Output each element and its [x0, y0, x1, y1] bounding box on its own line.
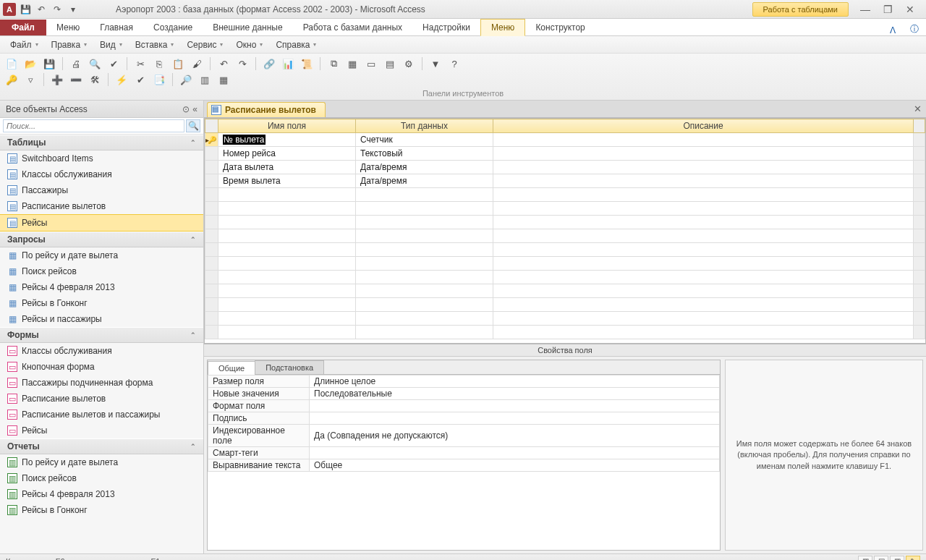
check-icon[interactable]: ✔	[133, 72, 148, 87]
save-icon[interactable]: 💾	[19, 3, 32, 16]
data-type-cell[interactable]	[356, 284, 493, 298]
search-input[interactable]	[3, 119, 184, 132]
chart-icon[interactable]: 📊	[281, 56, 295, 71]
filter-icon[interactable]: ▼	[428, 56, 443, 71]
relationships-icon[interactable]: ⧉	[326, 56, 341, 71]
row-selector[interactable]	[205, 147, 218, 161]
link-icon[interactable]: 🔗	[262, 56, 276, 71]
description-cell[interactable]	[493, 326, 914, 339]
field-name-cell[interactable]	[218, 216, 356, 229]
qat-dropdown-icon[interactable]: ▾	[67, 3, 80, 16]
builder-icon[interactable]: 🛠	[88, 72, 102, 87]
tab-ctx-menu[interactable]: Меню	[480, 19, 525, 36]
prop-value[interactable]	[310, 400, 720, 412]
menu-file[interactable]: Файл	[4, 38, 44, 51]
description-cell[interactable]	[493, 243, 914, 257]
proptab-general[interactable]: Общие	[208, 361, 255, 375]
close-button[interactable]: ✕	[906, 4, 914, 15]
nav-item[interactable]: Рейсы в Гонконг	[0, 502, 203, 518]
data-type-cell[interactable]: Дата/время	[356, 174, 493, 188]
description-cell[interactable]	[493, 133, 914, 147]
field-name-cell[interactable]	[218, 312, 356, 326]
minimize-button[interactable]: ―	[860, 4, 870, 15]
help-icon[interactable]: ?	[447, 56, 462, 71]
nav-item[interactable]: Классы обслуживания	[0, 343, 203, 359]
menu-view[interactable]: Вид	[94, 38, 128, 51]
table-icon[interactable]: ▦	[345, 56, 360, 71]
help-icon[interactable]: ⓘ	[903, 23, 926, 35]
data-type-cell[interactable]	[356, 326, 493, 339]
tab-design[interactable]: Конструктор	[525, 20, 595, 35]
tab-create[interactable]: Создание	[143, 20, 203, 35]
navgroup-queries[interactable]: Запросы⌃	[0, 232, 203, 247]
nav-item[interactable]: Поиск рейсов	[0, 470, 203, 486]
row-selector[interactable]	[205, 271, 218, 284]
description-cell[interactable]	[493, 284, 914, 298]
view-pivotchart-icon[interactable]: ▥	[890, 556, 904, 561]
view-datasheet-icon[interactable]: ▦	[858, 556, 872, 561]
row-selector[interactable]	[205, 133, 218, 147]
row-selector[interactable]	[205, 284, 218, 298]
data-type-cell[interactable]: Дата/время	[356, 161, 493, 174]
field-name-cell[interactable]	[218, 326, 356, 339]
nav-item[interactable]: Рейсы и пассажиры	[0, 311, 203, 327]
nav-item[interactable]: Пассажиры подчиненная форма	[0, 375, 203, 391]
ribbon-min-icon[interactable]: ᐱ	[883, 25, 903, 35]
row-selector[interactable]	[205, 174, 218, 188]
navgroup-reports[interactable]: Отчеты⌃	[0, 438, 203, 454]
print-icon[interactable]: 🖨	[69, 56, 83, 71]
nav-item[interactable]: Пассажиры	[0, 182, 203, 198]
data-type-cell[interactable]	[356, 312, 493, 326]
proptab-lookup[interactable]: Подстановка	[255, 360, 324, 374]
nav-collapse-icon[interactable]: «	[192, 104, 197, 114]
view-pivottable-icon[interactable]: ▤	[874, 556, 888, 561]
menu-window[interactable]: Окно	[230, 38, 268, 51]
row-selector[interactable]	[205, 216, 218, 229]
nav-item[interactable]: Поиск рейсов	[0, 263, 203, 279]
lookup-icon[interactable]: 🔎	[179, 72, 193, 87]
description-cell[interactable]	[493, 147, 914, 161]
data-type-cell[interactable]	[356, 271, 493, 284]
field-name-cell[interactable]: Номер рейса	[218, 147, 356, 161]
tab-addins[interactable]: Надстройки	[412, 20, 480, 35]
field-name-cell[interactable]	[218, 284, 356, 298]
nav-item[interactable]: Рейсы в Гонконг	[0, 295, 203, 311]
nav-item[interactable]: Классы обслуживания	[0, 166, 203, 182]
new-icon[interactable]: 📄	[4, 56, 19, 71]
data-type-cell[interactable]	[356, 257, 493, 271]
prop-value[interactable]	[310, 447, 720, 459]
nav-item[interactable]: Рейсы 4 февраля 2013	[0, 279, 203, 295]
document-tab[interactable]: Расписание вылетов	[207, 102, 326, 117]
field-name-cell[interactable]	[218, 257, 356, 271]
prop-value[interactable]: Последовательные	[310, 388, 720, 400]
field-name-cell[interactable]: Время вылета	[218, 174, 356, 188]
column-icon[interactable]: ▥	[197, 72, 212, 87]
row-selector[interactable]	[205, 229, 218, 243]
data-type-cell[interactable]	[356, 216, 493, 229]
field-name-cell[interactable]	[218, 229, 356, 243]
navgroup-tables[interactable]: Таблицы⌃	[0, 135, 203, 150]
tab-external-data[interactable]: Внешние данные	[203, 20, 293, 35]
tab-file[interactable]: Файл	[0, 20, 46, 35]
key-icon[interactable]: 🔑	[4, 72, 19, 87]
nav-item[interactable]: Расписание вылетов и пассажиры	[0, 407, 203, 423]
save-icon[interactable]: 💾	[42, 56, 56, 71]
search-icon[interactable]: 🔍	[186, 119, 200, 132]
col-fieldname[interactable]: Имя поля	[218, 119, 356, 133]
field-name-cell[interactable]: Дата вылета	[218, 161, 356, 174]
description-cell[interactable]	[493, 271, 914, 284]
row-selector[interactable]	[205, 202, 218, 216]
view-icon[interactable]: ▿	[23, 72, 38, 87]
row-selector[interactable]	[205, 257, 218, 271]
undo-icon[interactable]: ↶	[35, 3, 48, 16]
description-cell[interactable]	[493, 229, 914, 243]
nav-item[interactable]: Switchboard Items	[0, 150, 203, 166]
cut-icon[interactable]: ✂	[133, 56, 148, 71]
data-type-cell[interactable]	[356, 243, 493, 257]
nav-dropdown-icon[interactable]: ⊙	[182, 104, 190, 114]
row-selector[interactable]	[205, 161, 218, 174]
report-icon[interactable]: ▤	[383, 56, 397, 71]
description-cell[interactable]	[493, 174, 914, 188]
nav-item[interactable]: Рейсы	[0, 423, 203, 438]
paste-icon[interactable]: 📋	[171, 56, 185, 71]
